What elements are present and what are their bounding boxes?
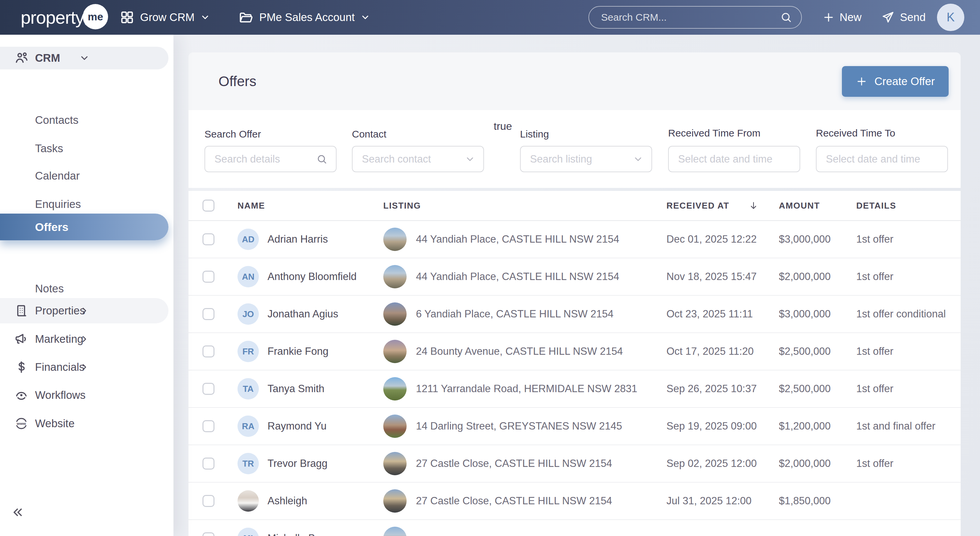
received-at: Nov 18, 2025 15:47 xyxy=(667,271,779,283)
main-content: Offers Create Offer true Search Offer xyxy=(173,35,980,536)
contact-select-input[interactable] xyxy=(362,153,465,165)
contact-select[interactable] xyxy=(352,146,484,172)
column-header-received[interactable]: RECEIVED AT xyxy=(667,201,779,211)
sidebar-item-label: Offers xyxy=(35,221,68,234)
chevron-right-icon xyxy=(14,334,154,344)
global-search-input[interactable] xyxy=(601,12,780,23)
search-icon[interactable] xyxy=(780,11,792,24)
grid-icon xyxy=(120,10,134,25)
listing-address: 44 Yandiah Place, CASTLE HILL NSW 2154 xyxy=(416,271,619,283)
table-row[interactable]: TA Tanya Smith 1211 Yarrandale Road, HER… xyxy=(188,370,961,408)
table-row[interactable]: AN Anthony Bloomfield 44 Yandiah Place, … xyxy=(188,258,961,296)
sidebar-item-label: Website xyxy=(35,417,75,430)
global-search[interactable] xyxy=(589,6,802,29)
create-offer-label: Create Offer xyxy=(875,75,935,88)
sidebar-item-notes[interactable]: Notes xyxy=(35,282,64,295)
chevron-right-icon xyxy=(14,362,154,372)
contact-name: Ashleigh xyxy=(267,495,307,507)
sidebar-item-financials[interactable]: Financials xyxy=(0,354,169,380)
app-switcher-menu[interactable]: Grow CRM xyxy=(120,10,210,25)
listing-thumb xyxy=(383,489,407,513)
row-checkbox[interactable] xyxy=(202,271,215,283)
listing-select[interactable] xyxy=(520,146,652,172)
send-button-label: Send xyxy=(900,11,926,24)
offer-amount: $2,500,000 xyxy=(779,345,856,357)
new-button-label: New xyxy=(840,11,862,24)
sidebar-item-website[interactable]: www Website xyxy=(0,410,169,437)
sidebar-item-marketing[interactable]: Marketing xyxy=(0,326,169,353)
top-bar: property me ™ Grow CRM PMe Sales Account xyxy=(0,0,980,35)
table-header-row: NAME LISTING RECEIVED AT AMOUNT DETAILS xyxy=(188,191,961,221)
row-checkbox[interactable] xyxy=(202,383,215,395)
received-from-field[interactable] xyxy=(668,146,800,172)
sidebar-item-enquiries[interactable]: Enquiries xyxy=(35,198,81,211)
listing-thumb xyxy=(383,302,407,326)
row-checkbox[interactable] xyxy=(202,233,215,245)
listing-thumb xyxy=(383,415,407,438)
user-avatar[interactable]: K xyxy=(937,4,964,31)
plus-icon xyxy=(856,76,867,87)
column-header-details[interactable]: DETAILS xyxy=(856,201,961,211)
row-checkbox[interactable] xyxy=(202,420,215,432)
received-from-input[interactable] xyxy=(678,153,792,165)
table-row[interactable]: RA Raymond Yu 14 Darling Street, GREYSTA… xyxy=(188,408,961,445)
column-header-listing[interactable]: LISTING xyxy=(383,201,667,211)
table-row[interactable]: TR Trevor Bragg 27 Castle Close, CASTLE … xyxy=(188,445,961,483)
table-row[interactable]: Ashleigh 27 Castle Close, CASTLE HILL NS… xyxy=(188,483,961,520)
sidebar-item-contacts[interactable]: Contacts xyxy=(35,114,78,126)
account-switcher-menu[interactable]: PMe Sales Account xyxy=(238,10,370,25)
filter-bar: true Search Offer Contact xyxy=(188,110,961,188)
listing-address: 27 Castle Close, CASTLE HILL NSW 2154 xyxy=(416,495,612,507)
row-checkbox[interactable] xyxy=(202,308,215,320)
table-row[interactable]: FR Frankie Fong 24 Bounty Avenue, CASTLE… xyxy=(188,333,961,370)
row-checkbox[interactable] xyxy=(202,345,215,357)
create-offer-button[interactable]: Create Offer xyxy=(842,66,949,97)
sidebar-item-offers-selected[interactable]: Offers xyxy=(0,214,169,240)
table-row[interactable]: JO Jonathan Agius 6 Yandiah Place, CASTL… xyxy=(188,296,961,333)
listing-thumb xyxy=(383,265,407,288)
row-checkbox[interactable] xyxy=(202,532,215,536)
received-at: Dec 01, 2025 12:22 xyxy=(667,233,779,245)
row-checkbox[interactable] xyxy=(202,458,215,470)
listing-address: 24 Bounty Avenue, CASTLE HILL NSW 2154 xyxy=(416,345,623,357)
paper-plane-icon xyxy=(881,10,895,24)
column-header-name[interactable]: NAME xyxy=(237,201,383,211)
sidebar-item-calendar[interactable]: Calendar xyxy=(35,169,80,182)
offer-amount: $3,000,000 xyxy=(779,233,856,245)
offer-amount: $2,000,000 xyxy=(779,271,856,283)
offer-amount: $1,200,000 xyxy=(779,420,856,432)
select-all-checkbox[interactable] xyxy=(202,199,215,212)
offer-amount: $2,000,000 xyxy=(779,458,856,470)
search-offer-input[interactable] xyxy=(215,153,316,165)
listing-address: 1211 Yarrandale Road, HERMIDALE NSW 2831 xyxy=(416,383,637,395)
table-row[interactable]: MI Michelle B xyxy=(188,520,961,536)
stray-debug-text: true xyxy=(494,120,512,132)
sidebar-collapse-button[interactable] xyxy=(10,505,25,520)
sidebar-item-tasks[interactable]: Tasks xyxy=(35,142,63,155)
sort-descending-icon[interactable] xyxy=(749,201,759,211)
new-button[interactable]: New xyxy=(822,11,862,24)
offer-details: 1st offer conditional xyxy=(856,308,961,320)
offer-details: 1st offer xyxy=(856,383,961,395)
sidebar-item-crm[interactable]: CRM xyxy=(0,47,169,69)
chevron-down-icon xyxy=(465,154,475,164)
contact-avatar: TR xyxy=(237,453,259,474)
table-row[interactable]: AD Adrian Harris 44 Yandiah Place, CASTL… xyxy=(188,221,961,258)
column-header-label: RECEIVED AT xyxy=(667,201,729,211)
chevron-down-icon xyxy=(200,12,210,22)
row-checkbox[interactable] xyxy=(202,495,215,507)
contact-name: Raymond Yu xyxy=(267,420,326,432)
send-button[interactable]: Send xyxy=(881,10,926,24)
contact-avatar: JO xyxy=(237,303,259,325)
search-offer-field[interactable] xyxy=(204,146,337,172)
sidebar-item-workflows[interactable]: Workflows xyxy=(0,382,169,408)
propertyme-logo[interactable]: property me ™ xyxy=(21,2,89,34)
received-to-field[interactable] xyxy=(816,146,948,172)
column-header-amount[interactable]: AMOUNT xyxy=(779,201,856,211)
logo-trademark: ™ xyxy=(84,22,89,27)
contact-name: Jonathan Agius xyxy=(267,308,338,320)
chevron-right-icon xyxy=(14,306,154,316)
sidebar-item-properties[interactable]: Properties xyxy=(0,298,169,324)
listing-select-input[interactable] xyxy=(530,153,633,165)
received-to-input[interactable] xyxy=(826,153,939,165)
